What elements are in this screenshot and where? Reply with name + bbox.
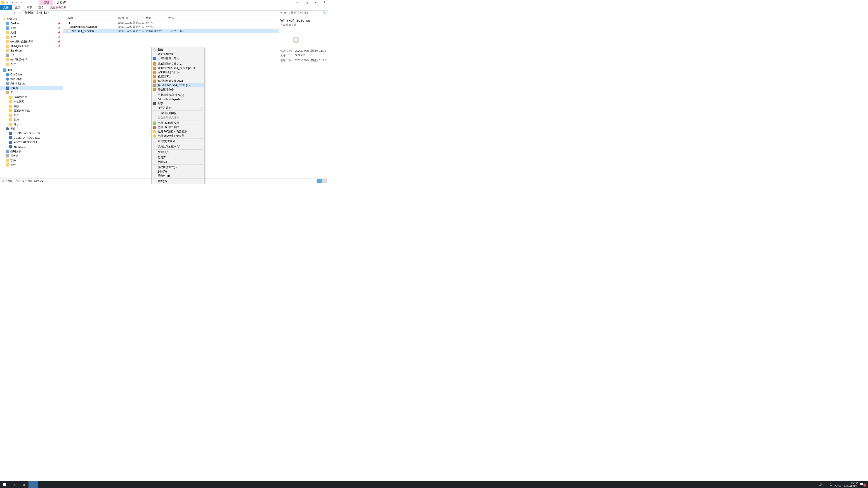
tree-node[interactable]: DESKTOP-LSSOEDP [0,131,63,135]
column-headers[interactable]: 名称 修改日期 类型 大小 [63,16,279,21]
tab-disc-tools[interactable]: 光盘映像工具 [47,5,70,10]
col-name[interactable]: 名称 [67,16,118,20]
tree-node[interactable]: 快速访问 [0,17,63,21]
up-button[interactable]: ↑ [18,11,21,14]
chevron-down-icon[interactable]: ▾ [281,11,282,14]
search-input[interactable]: 搜索"文档 (E:)" 🔍 [289,10,328,15]
menu-item[interactable]: 用360压缩打开(Q) [152,70,204,74]
menu-item[interactable]: 还原以前的版本(V) [152,144,204,149]
menu-item[interactable]: 属性(R) [152,179,204,184]
help-icon[interactable]: ? [320,0,329,5]
tree-node[interactable]: DESKTOP-NJEU3CG [0,135,63,140]
view-details-button[interactable] [317,179,322,183]
history-dropdown[interactable]: ▾ [13,11,16,14]
breadcrumb[interactable]: 此电脑 文档 (E:) ▾ ⟳ [22,10,288,15]
tree-node[interactable]: ZMT2019 [0,144,63,149]
tree-node[interactable]: 天翼云盘下载 [0,108,63,113]
col-size[interactable]: 大小 [168,16,184,20]
tree-node[interactable]: Bandicam [0,48,63,53]
pc-icon [6,87,9,90]
file-row[interactable]: BaiduNetdiskDownload2020/12/25, 星期五 1...… [63,25,279,29]
minimize-button[interactable]: ─ [293,0,302,5]
tree-node[interactable]: 图片📌 [0,35,63,39]
close-button[interactable]: ✕ [311,0,320,5]
menu-item[interactable]: 添加到 "Win7x64_2020.zip" (T) [152,66,204,70]
menu-item[interactable]: 解压到(F)... [152,74,204,79]
tree-node[interactable]: 文档📌 [0,30,63,35]
tree-node[interactable]: 此电脑 [0,86,63,90]
menu-item[interactable]: 使用 360强力删除 [152,125,204,129]
tree-node[interactable]: Administrator [0,81,63,86]
menu-item[interactable]: 解压到 Win7x64_2020\ (E) [152,83,204,88]
menu-item[interactable]: Edit with Notepad++ [152,97,204,101]
menu-item[interactable]: 通过QQ发送到 [152,139,204,143]
back-button[interactable]: ← [1,11,6,14]
view-icons-button[interactable] [322,179,327,183]
more-icon[interactable]: ▾ [21,1,24,4]
tree-node[interactable]: OneDrive [0,72,63,77]
col-type[interactable]: 类型 [146,16,168,20]
tree-node[interactable]: 库 [0,90,63,95]
tree-node[interactable]: PC-20190530OBLA [0,140,63,144]
maximize-button[interactable]: ▢ [302,0,311,5]
tab-file[interactable]: 文件 [0,5,12,10]
tree-node[interactable]: YUNQISHI2019📌 [0,44,63,48]
refresh-icon[interactable]: ⟳ [283,11,286,14]
tree-node[interactable]: 保存的图片 [0,95,63,99]
file-row[interactable]: Win7x64_2020.iso2020/12/25, 星期五 1...光盘映像… [63,29,279,33]
menu-item[interactable]: 解压到当前文件夹(X) [152,79,204,83]
menu-item[interactable]: 删除(D) [152,169,204,174]
tree-node[interactable]: 软件 [0,158,63,163]
details-property: 大小:3.69 GB [280,53,328,58]
menu-item[interactable]: 添加到压缩文件(A)... [152,62,204,66]
forward-button[interactable]: → [7,11,12,14]
tree-node[interactable]: 下载📌 [0,26,63,30]
tab-home[interactable]: 主页 [12,5,24,10]
menu-item[interactable]: 使用 360进行木马云查杀 [152,129,204,134]
tree-node[interactable]: excel表格制作求和📌 [0,39,63,44]
file-row[interactable]: 12020/12/15, 星期二 1...文件夹 [63,21,279,25]
col-date[interactable]: 修改日期 [118,16,146,20]
menu-item[interactable]: 重命名(M) [152,174,204,178]
tree-node[interactable]: G:\ [0,53,63,57]
close-icon[interactable]: ✖ [11,1,14,4]
menu-item[interactable]: 复制(C) [152,160,204,164]
nav-tree[interactable]: 快速访问Desktop📌下载📌文档📌图片📌excel表格制作求和📌YUNQISH… [0,16,63,178]
tree-node[interactable]: Desktop📌 [0,21,63,26]
menu-item[interactable]: 用 蜂蜜浏览器 浏览(3) [152,93,204,97]
file-list-view[interactable]: 名称 修改日期 类型 大小 12020/12/15, 星期二 1...文件夹Ba… [63,16,279,178]
tree-node[interactable]: 本机照片 [0,99,63,104]
tree-node[interactable]: 桌面 [0,68,63,72]
menu-item[interactable]: 使用 360管理右键菜单 [152,134,204,138]
menu-item[interactable]: 装载 [152,48,204,52]
archive-icon [153,79,156,83]
tree-node[interactable]: 图片 [0,62,63,66]
menu-item[interactable]: 打开方式(H)› [152,106,204,110]
dropdown-icon[interactable]: ▾ [16,1,20,4]
quick-access-toolbar: ✔ ✖ ▾ ▾ [0,1,26,4]
menu-item[interactable]: 创建快捷方式(S) [152,165,204,169]
menu-item[interactable]: 发送到(N)› [152,150,204,154]
tree-node[interactable]: 文件 [0,163,63,167]
breadcrumb-root[interactable]: 此电脑 [25,11,35,15]
menu-item[interactable]: 剪切(T) [152,156,204,160]
menu-item[interactable]: 上传到百度网盘 [152,111,204,116]
tree-node[interactable]: 网络 [0,127,63,131]
tree-node[interactable]: 图片 [0,113,63,118]
breadcrumb-drive[interactable]: 文档 (E:) [36,11,50,15]
menu-item[interactable]: 上传到有道云笔记 [152,56,204,61]
tree-node[interactable]: win7重装win7 [0,57,63,62]
menu-item[interactable]: 使用 360解除占用 [152,121,204,125]
tree-node[interactable]: 文档 [0,118,63,122]
tab-share[interactable]: 共享 [24,5,35,10]
tree-node[interactable]: 视频 [0,104,63,108]
menu-item[interactable]: 其他压缩命令› [152,88,204,92]
menu-item[interactable]: 刻录光盘映像 [152,52,204,56]
check-icon[interactable]: ✔ [6,1,9,4]
menu-item[interactable]: 共享 [152,101,204,106]
tree-node[interactable]: 控制面板 [0,149,63,154]
tab-view[interactable]: 查看 [35,5,47,10]
tree-node[interactable]: 音乐 [0,122,63,127]
tree-node[interactable]: 回收站 [0,154,63,158]
tree-node[interactable]: WPS网盘 [0,77,63,81]
